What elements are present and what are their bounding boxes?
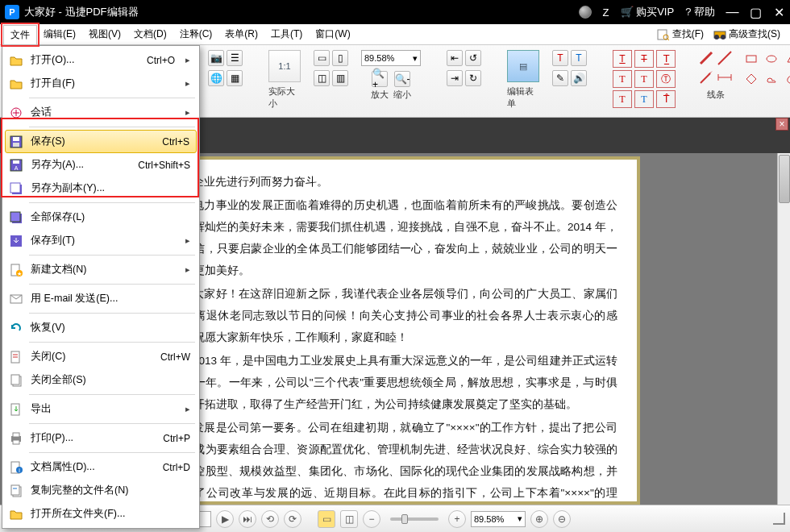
menu-save-as[interactable]: A 另存为(A)...Ctrl+Shift+S <box>5 153 197 177</box>
next-page-button[interactable]: ▶ <box>216 510 234 528</box>
zoom-extra2[interactable]: ⊖ <box>553 510 571 528</box>
menu-session[interactable]: 会话▸ <box>5 101 197 124</box>
tool-btn[interactable]: ▦ <box>227 70 243 86</box>
find-button[interactable]: 查找(F) <box>654 27 707 42</box>
chevron-right-icon: ▸ <box>185 107 190 118</box>
menu-file[interactable]: 文件 <box>3 25 37 44</box>
menu-doc-props[interactable]: i 文档属性(D)...Ctrl+D <box>5 455 197 479</box>
zoom-out-status[interactable]: − <box>363 510 380 528</box>
svg-text:A: A <box>14 165 18 171</box>
shape-poly[interactable] <box>783 50 790 68</box>
text-style[interactable]: T <box>613 90 632 108</box>
dim-icon[interactable] <box>717 69 733 85</box>
session-icon <box>9 106 23 120</box>
next-view-button[interactable]: ⟳ <box>284 510 301 528</box>
zoom-in-status[interactable]: + <box>448 510 466 528</box>
menu-save-copy[interactable]: 另存为副本(Y)... <box>5 177 197 200</box>
menu-window[interactable]: 窗口(W) <box>309 25 356 44</box>
nav-btn[interactable]: ↻ <box>465 70 481 86</box>
menu-open[interactable]: 打开(O)...Ctrl+O▸ <box>5 48 197 72</box>
shape-poly2[interactable] <box>742 70 760 88</box>
resize-grip[interactable] <box>773 513 785 525</box>
maximize-button[interactable]: ▢ <box>750 6 762 19</box>
menu-save-to[interactable]: 保存到(T)▸ <box>5 229 197 252</box>
tool-btn[interactable]: 📷 <box>208 50 224 66</box>
help-button[interactable]: ? 帮助 <box>685 5 715 19</box>
text-style[interactable]: T <box>634 90 654 108</box>
fit-btn[interactable]: ▭ <box>314 50 330 66</box>
nav-btn[interactable]: ↺ <box>465 50 481 66</box>
pencil-icon[interactable] <box>698 50 714 66</box>
text-tool[interactable]: T <box>552 50 568 66</box>
edit-form-button[interactable]: ▤ <box>507 50 539 82</box>
text-style[interactable]: T̲ <box>656 50 676 68</box>
globe-icon[interactable] <box>579 6 592 19</box>
arrow-icon[interactable] <box>698 69 714 85</box>
menu-edit[interactable]: 编辑(E) <box>37 25 82 44</box>
nav-btn[interactable]: ⇥ <box>447 70 463 86</box>
menu-revert[interactable]: 恢复(V) <box>5 316 197 339</box>
menu-new-doc[interactable]: ★ 新建文档(N)▸ <box>5 258 197 281</box>
vertical-scrollbar[interactable] <box>777 153 790 505</box>
zoom-extra[interactable]: ⊕ <box>530 510 548 528</box>
user-label[interactable]: Z <box>603 6 609 19</box>
menu-print[interactable]: 打印(P)...Ctrl+P <box>5 426 197 450</box>
fit-btn[interactable]: ▯ <box>332 50 348 66</box>
text-style[interactable]: T <box>613 50 632 68</box>
zoom-in-button[interactable]: 🔍+ <box>372 71 388 87</box>
shape-cloud[interactable] <box>763 70 780 88</box>
view-mode-2[interactable]: ◫ <box>340 510 358 528</box>
slider-knob[interactable] <box>401 514 408 524</box>
view-mode-1[interactable]: ▭ <box>318 510 335 528</box>
text-tool[interactable]: T <box>571 50 587 66</box>
menu-open-from[interactable]: 打开自(F)▸ <box>5 72 197 95</box>
menu-tools[interactable]: 工具(T) <box>264 25 309 44</box>
svg-line-2 <box>667 39 669 40</box>
tool-btn[interactable]: 🌐 <box>208 70 224 86</box>
fit-btn[interactable]: ▥ <box>332 70 348 86</box>
minimize-button[interactable]: — <box>726 6 738 19</box>
shape-oval[interactable] <box>763 50 780 68</box>
fit-btn[interactable]: ◫ <box>314 70 330 86</box>
scroll-thumb[interactable] <box>779 155 790 203</box>
menu-open-folder[interactable]: 打开所在文件夹(F)... <box>5 502 197 526</box>
menu-save-all[interactable]: 全部保存(L) <box>5 206 197 229</box>
menu-form[interactable]: 表单(R) <box>218 25 264 44</box>
menu-copy-name[interactable]: 复制完整的文件名(N) <box>5 479 197 502</box>
zoom-out-button[interactable]: 🔍- <box>394 71 410 87</box>
menu-email[interactable]: 用 E-mail 发送(E)... <box>5 287 197 310</box>
text-style[interactable]: Ⓣ <box>656 70 676 88</box>
text-style[interactable]: T <box>634 50 654 68</box>
text-tool[interactable]: ✎ <box>552 70 568 86</box>
text-tool[interactable]: 🔊 <box>571 70 587 86</box>
shape-blob[interactable] <box>783 70 790 88</box>
last-page-button[interactable]: ⏭ <box>239 510 256 528</box>
advanced-find-button[interactable]: 高级查找(S) <box>710 27 784 42</box>
prev-view-button[interactable]: ⟲ <box>261 510 279 528</box>
menu-close-all[interactable]: 关闭全部(S) <box>5 368 197 392</box>
text-style[interactable]: T̂ <box>656 90 676 108</box>
save-as-icon: A <box>9 158 23 172</box>
email-icon <box>9 292 23 306</box>
zoom-slider[interactable] <box>390 517 439 521</box>
menu-save[interactable]: 保存(S)Ctrl+S <box>5 130 197 153</box>
shape-rect[interactable] <box>742 50 760 68</box>
close-button[interactable]: ✕ <box>773 6 785 19</box>
menu-view[interactable]: 视图(V) <box>82 25 127 44</box>
menu-document[interactable]: 文档(D) <box>127 25 173 44</box>
tool-btn[interactable]: ☰ <box>227 50 243 66</box>
nav-btn[interactable]: ⇤ <box>447 50 463 66</box>
svg-rect-33 <box>10 212 20 222</box>
zoom-combo-status[interactable]: 89.58%▾ <box>471 511 526 527</box>
line-icon[interactable] <box>717 50 733 66</box>
tab-close-button[interactable]: × <box>775 118 788 131</box>
text-style[interactable]: T <box>613 70 632 88</box>
menu-comment[interactable]: 注释(C) <box>173 25 219 44</box>
vip-button[interactable]: 🛒 购买VIP <box>621 5 675 19</box>
menu-close[interactable]: 关闭(C)Ctrl+W <box>5 345 197 368</box>
zoom-combo[interactable]: 89.58%▾ <box>361 50 421 66</box>
new-doc-icon: ★ <box>9 263 23 277</box>
menu-export[interactable]: 导出▸ <box>5 397 197 421</box>
text-style[interactable]: T <box>634 70 654 88</box>
actual-size-button[interactable]: 1:1 <box>268 50 301 82</box>
